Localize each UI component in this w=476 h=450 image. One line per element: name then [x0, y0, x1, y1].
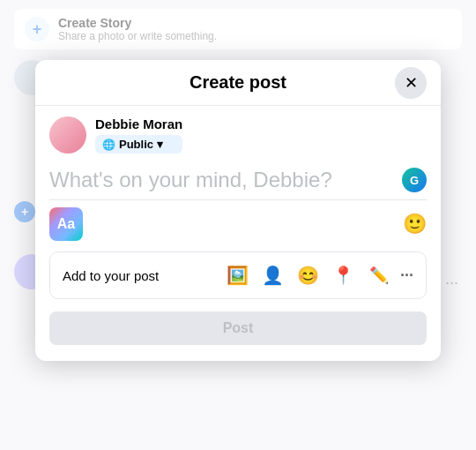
- post-button-row: Post: [49, 306, 427, 350]
- avatar: [49, 116, 86, 154]
- user-name: Debbie Moran: [95, 116, 182, 131]
- feeling-emoji-icon[interactable]: 😊: [294, 261, 323, 289]
- user-info-row: Debbie Moran 🌐 Public ▾: [49, 116, 427, 154]
- post-placeholder[interactable]: What's on your mind, Debbie?: [49, 168, 402, 192]
- globe-icon: 🌐: [102, 139, 115, 151]
- close-button[interactable]: ✕: [395, 67, 427, 99]
- emoji-button[interactable]: 🙂: [403, 213, 427, 236]
- activity-icon[interactable]: ✏️: [365, 261, 393, 289]
- more-options-icon[interactable]: ···: [400, 266, 413, 285]
- modal-body: Debbie Moran 🌐 Public ▾ What's on your m…: [35, 106, 441, 361]
- photo-icon[interactable]: 🖼️: [224, 261, 252, 289]
- user-details: Debbie Moran 🌐 Public ▾: [95, 116, 182, 154]
- location-icon[interactable]: 📍: [330, 261, 358, 289]
- chevron-down-icon: ▾: [157, 138, 163, 151]
- modal-header: Create post ✕: [35, 60, 441, 106]
- add-to-post-label: Add to your post: [63, 268, 159, 283]
- modal-title: Create post: [190, 72, 286, 93]
- add-to-post-bar: Add to your post 🖼️ 👤 😊 📍 ✏️ ···: [49, 251, 427, 299]
- create-post-modal: Create post ✕ Debbie Moran 🌐 Public ▾ Wh…: [35, 60, 441, 361]
- post-button[interactable]: Post: [49, 311, 427, 345]
- audience-label: Public: [119, 138, 153, 151]
- grammarly-icon[interactable]: G: [402, 168, 427, 192]
- post-action-icons: 🖼️ 👤 😊 📍 ✏️ ···: [224, 261, 413, 289]
- audience-selector[interactable]: 🌐 Public ▾: [95, 135, 182, 154]
- post-input-row: What's on your mind, Debbie? G: [49, 168, 427, 192]
- avatar-image: [49, 116, 86, 154]
- bottom-toolbar: Aa 🙂: [49, 199, 427, 244]
- text-format-button[interactable]: Aa: [49, 207, 83, 241]
- tag-people-icon[interactable]: 👤: [259, 261, 287, 289]
